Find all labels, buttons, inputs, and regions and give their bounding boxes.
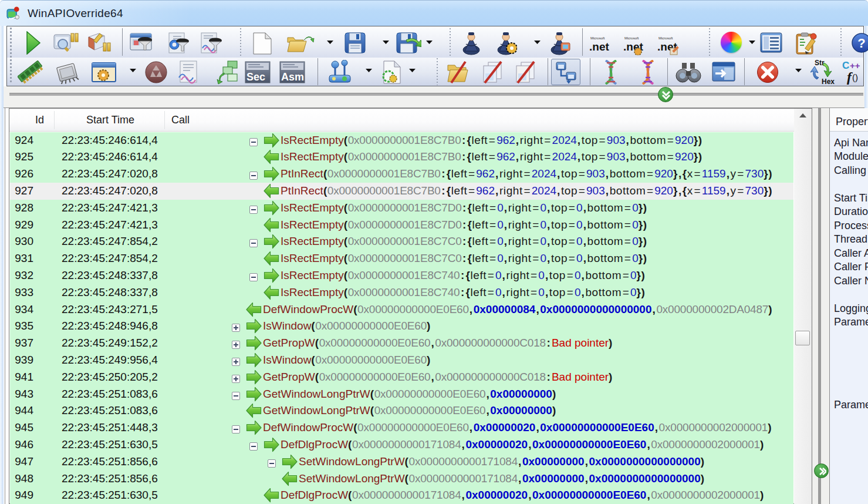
svg-text:Sec: Sec: [246, 71, 265, 83]
svg-text:(): (): [852, 72, 858, 82]
svg-text:Str: Str: [815, 59, 825, 67]
svg-text:Microsoft: Microsoft: [658, 36, 673, 40]
svg-text:.net: .net: [589, 41, 609, 53]
svg-text:Microsoft: Microsoft: [590, 36, 605, 40]
svg-text:Asm: Asm: [281, 71, 304, 83]
svg-text:?: ?: [857, 36, 865, 51]
svg-text:Hex: Hex: [822, 78, 835, 85]
svg-text:Microsoft: Microsoft: [624, 36, 639, 40]
